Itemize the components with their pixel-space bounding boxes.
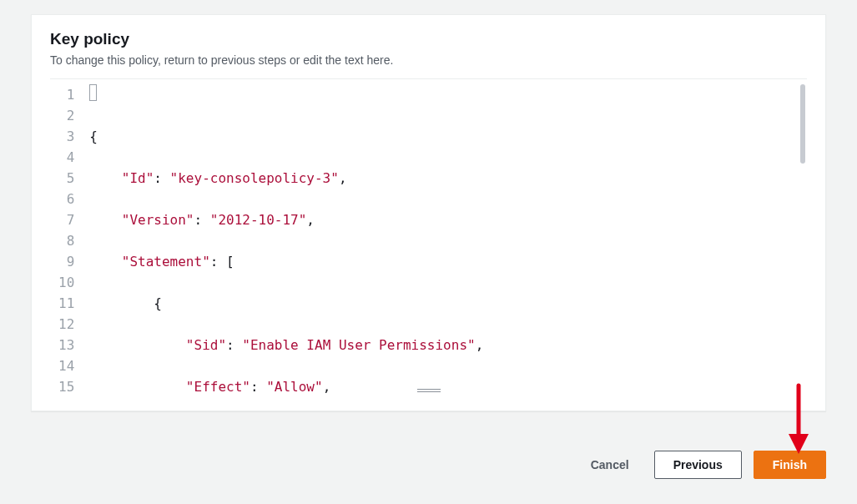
panel-header: Key policy To change this policy, return…: [32, 15, 825, 78]
key-policy-panel: Key policy To change this policy, return…: [31, 14, 826, 411]
line-number: 4: [58, 147, 78, 168]
line-number: 1: [58, 84, 78, 105]
line-number: 15: [58, 376, 78, 396]
line-number: 5: [58, 168, 78, 189]
line-number: 13: [58, 335, 78, 355]
previous-button[interactable]: Previous: [654, 451, 742, 479]
line-number: 6: [58, 189, 78, 209]
code-area[interactable]: { "Id": "key-consolepolicy-3", "Version"…: [84, 79, 807, 396]
line-number: 3: [58, 126, 78, 147]
panel-subtitle: To change this policy, return to previou…: [50, 53, 807, 67]
wizard-buttons: Cancel Previous Finish: [577, 451, 826, 479]
panel-title: Key policy: [50, 30, 807, 48]
cancel-button[interactable]: Cancel: [577, 451, 643, 478]
resize-handle[interactable]: [417, 387, 441, 394]
line-number: 8: [58, 230, 78, 251]
line-number: 7: [58, 209, 78, 230]
line-gutter: 123456789101112131415: [50, 79, 84, 396]
line-number: 10: [58, 272, 78, 293]
finish-button[interactable]: Finish: [754, 451, 826, 479]
line-number: 9: [58, 251, 78, 272]
line-number: 12: [58, 314, 78, 335]
line-number: 14: [58, 355, 78, 376]
line-number: 2: [58, 105, 78, 126]
cursor-indicator: [89, 84, 97, 101]
line-number: 11: [58, 293, 78, 314]
policy-editor[interactable]: 123456789101112131415 { "Id": "key-conso…: [50, 78, 807, 396]
scrollbar-thumb[interactable]: [800, 84, 805, 164]
